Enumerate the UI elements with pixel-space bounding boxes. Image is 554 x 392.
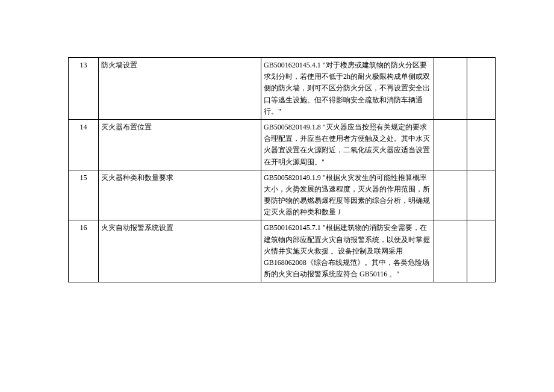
spec-table-container: 13 防火墙设置 GB5001620145.4.1 "对于楼房或建筑物的防火分区… bbox=[68, 57, 495, 282]
table-row: 14 灭火器布置位置 GB5005820149.1.8 "灭火器应当按照有关规定… bbox=[69, 119, 496, 170]
table-row: 16 火灾自动报警系统设置 GB5001620145.7.1 "根据建筑物的消防… bbox=[69, 220, 496, 282]
row-spec: GB5005820149.1.8 "灭火器应当按照有关规定的要求合理配置，并应当… bbox=[261, 119, 434, 170]
row-item: 灭火器种类和数量要求 bbox=[99, 170, 261, 220]
row-remark bbox=[434, 58, 467, 120]
row-item: 灭火器布置位置 bbox=[99, 119, 261, 170]
spec-table: 13 防火墙设置 GB5001620145.4.1 "对于楼房或建筑物的防火分区… bbox=[68, 57, 496, 282]
table-row: 13 防火墙设置 GB5001620145.4.1 "对于楼房或建筑物的防火分区… bbox=[69, 58, 496, 120]
row-extra bbox=[467, 170, 496, 220]
row-remark bbox=[434, 220, 467, 282]
row-number: 14 bbox=[69, 119, 99, 170]
row-extra bbox=[467, 220, 496, 282]
row-remark bbox=[434, 170, 467, 220]
row-item: 防火墙设置 bbox=[99, 58, 261, 120]
row-remark bbox=[434, 119, 467, 170]
table-row: 15 灭火器种类和数量要求 GB5005820149.1.9 "根据火灾发生的可… bbox=[69, 170, 496, 220]
row-number: 16 bbox=[69, 220, 99, 282]
row-number: 13 bbox=[69, 58, 99, 120]
row-spec: GB5001620145.7.1 "根据建筑物的消防安全需要，在建筑物内部应配置… bbox=[261, 220, 434, 282]
row-spec: GB5005820149.1.9 "根据火灾发生的可能性推算概率大小，火势发展的… bbox=[261, 170, 434, 220]
row-extra bbox=[467, 58, 496, 120]
row-number: 15 bbox=[69, 170, 99, 220]
row-spec: GB5001620145.4.1 "对于楼房或建筑物的防火分区要求划分时，若使用… bbox=[261, 58, 434, 120]
row-item: 火灾自动报警系统设置 bbox=[99, 220, 261, 282]
row-extra bbox=[467, 119, 496, 170]
